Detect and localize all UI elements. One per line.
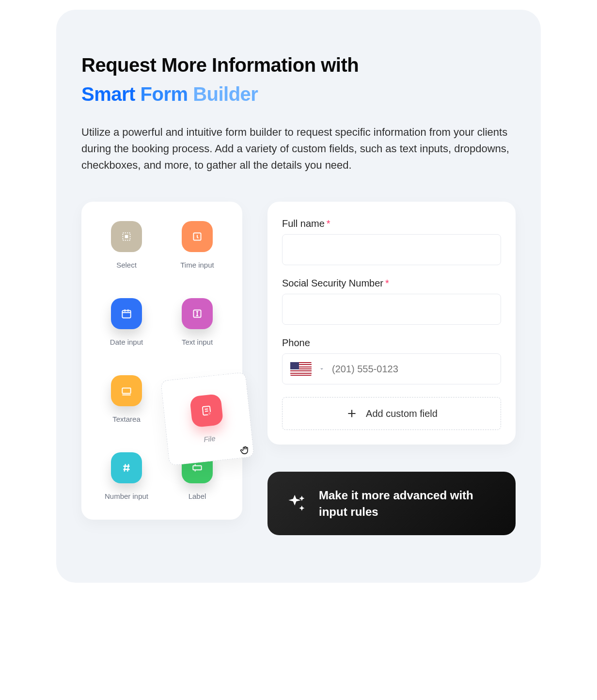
svg-rect-5: [122, 388, 130, 394]
svg-rect-1: [125, 235, 128, 239]
field-palette-card: Select Time input Date input: [81, 202, 242, 520]
field-tile-label: Textarea: [112, 415, 141, 423]
form-preview-card: Full name* Social Security Number* Phone: [267, 202, 516, 445]
field-tile-text-input[interactable]: Text input: [167, 298, 228, 346]
heading-accent-3: Builder: [193, 83, 258, 105]
feature-card: Request More Information with Smart Form…: [56, 10, 541, 583]
phone-input[interactable]: [332, 364, 493, 375]
heading-line-1: Request More Information with: [81, 53, 516, 77]
calendar-icon: [111, 298, 142, 329]
add-custom-field-button[interactable]: Add custom field: [282, 397, 501, 430]
description-text: Utilize a powerful and intuitive form bu…: [81, 124, 513, 174]
select-icon: [111, 221, 142, 252]
add-custom-field-label: Add custom field: [366, 408, 438, 419]
cta-text: Make it more advanced with input rules: [319, 487, 493, 520]
fullname-input[interactable]: [282, 234, 501, 265]
grab-cursor-icon: [239, 444, 251, 456]
file-icon: [189, 394, 223, 428]
ssn-label: Social Security Number*: [282, 278, 501, 289]
input-rules-cta[interactable]: Make it more advanced with input rules: [267, 472, 516, 535]
field-tile-label-text: Label: [189, 492, 206, 500]
field-tile-label: Date input: [110, 338, 143, 346]
phone-input-wrap[interactable]: [282, 353, 501, 384]
field-tile-label: Number input: [105, 492, 148, 500]
required-asterisk: *: [327, 218, 330, 229]
fullname-label: Full name*: [282, 218, 501, 229]
heading-accent-2: Form: [141, 83, 188, 105]
svg-rect-6: [193, 466, 201, 470]
field-tile-date-input[interactable]: Date input: [96, 298, 157, 346]
field-tile-textarea[interactable]: Textarea: [96, 375, 157, 423]
us-flag-icon: [290, 362, 312, 376]
hash-icon: [111, 452, 142, 483]
field-tile-select[interactable]: Select: [96, 221, 157, 269]
field-tile-label: Text input: [182, 338, 213, 346]
heading-line-2: Smart Form Builder: [81, 82, 516, 106]
sparkle-icon: [285, 493, 306, 514]
field-tile-time-input[interactable]: Time input: [167, 221, 228, 269]
required-asterisk: *: [385, 278, 389, 288]
heading-accent-1: Smart: [81, 83, 135, 105]
plus-icon: [346, 407, 358, 420]
ssn-input[interactable]: [282, 294, 501, 325]
field-tile-label: Select: [116, 261, 137, 269]
phone-label: Phone: [282, 337, 501, 349]
field-tile-number-input[interactable]: Number input: [96, 452, 157, 500]
field-tile-label: Time input: [180, 261, 214, 269]
field-tile-file-label: File: [203, 434, 216, 443]
textarea-icon: [111, 375, 142, 406]
text-cursor-icon: [182, 298, 213, 329]
chevron-down-icon[interactable]: [318, 366, 325, 372]
svg-rect-3: [122, 311, 130, 318]
